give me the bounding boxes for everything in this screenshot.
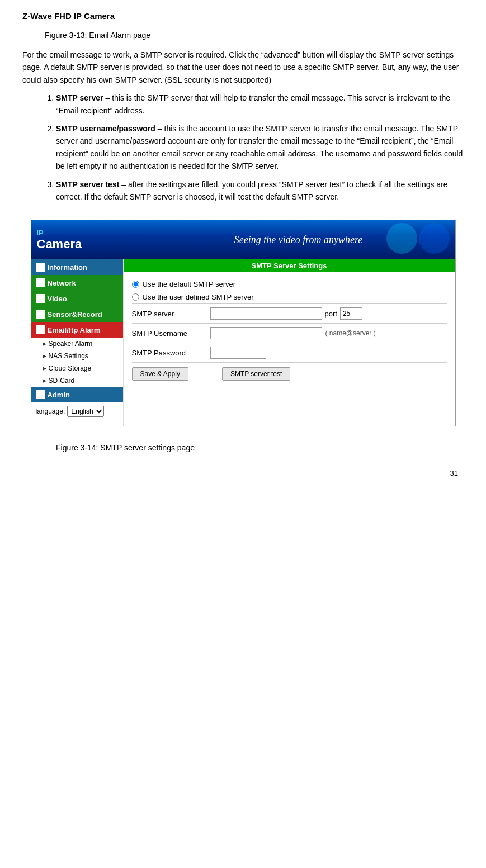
page-title: Z-Wave FHD IP Camera (22, 11, 464, 21)
network-icon: ▶ (36, 278, 45, 287)
intro-paragraph: For the email message to work, a SMTP se… (22, 49, 464, 86)
smtp-password-label: SMTP Password (132, 349, 210, 357)
radio-default-smtp[interactable] (132, 281, 139, 288)
sidebar-item-speaker-alarm[interactable]: Speaker Alarm (31, 338, 123, 350)
brand-camera: Camera (37, 237, 82, 252)
button-row: Save & Apply SMTP server test (132, 362, 447, 385)
sidebar-section-network[interactable]: ▶ Network (31, 275, 123, 291)
camera-body: ▶ Information ▶ Network ▶ Video ▶ Sensor… (31, 259, 455, 426)
radio-row-custom: Use the user defined SMTP server (132, 291, 447, 303)
camera-brand: IP Camera (37, 229, 82, 252)
list-item-2-title: SMTP username/password (56, 124, 155, 133)
radio-custom-smtp[interactable] (132, 293, 139, 301)
sidebar-admin-label: Admin (48, 391, 70, 399)
form-row-smtp-password: SMTP Password (132, 343, 447, 362)
information-icon: ▶ (36, 263, 45, 272)
smtp-port-input[interactable] (340, 307, 362, 320)
list-item-3-title: SMTP server test (56, 180, 119, 189)
sidebar-emailftp-label: Email/ftp Alarm (48, 326, 101, 334)
radio-default-label: Use the default SMTP server (143, 280, 236, 288)
decorative-circles (386, 223, 450, 254)
page-number: 31 (22, 469, 464, 477)
sensor-icon: ▶ (36, 310, 45, 319)
sidebar-section-video[interactable]: ▶ Video (31, 291, 123, 306)
port-label: port (325, 310, 337, 318)
list-item-1-title: SMTP server (56, 93, 103, 102)
sidebar-sensor-label: Sensor&Record (48, 310, 102, 319)
emailftp-icon: ▶ (36, 325, 45, 334)
brand-ip: IP (37, 229, 44, 237)
list-item-1-text: – this is the SMTP server that will help… (56, 93, 450, 115)
language-label: language: (36, 407, 65, 415)
sidebar-sdcard-label: SD-Card (49, 377, 75, 385)
figure-13-caption: Figure 3-13: Email Alarm page (45, 31, 464, 40)
sidebar-item-nas-settings[interactable]: NAS Settings (31, 350, 123, 362)
video-icon: ▶ (36, 294, 45, 303)
radio-custom-label: Use the user defined SMTP server (143, 293, 254, 301)
smtp-password-input[interactable] (210, 347, 266, 359)
figure-14-caption: Figure 3-14: SMTP server settings page (56, 443, 464, 452)
save-apply-button[interactable]: Save & Apply (132, 367, 188, 381)
list-item-2: SMTP username/password – this is the acc… (56, 122, 464, 173)
sidebar-section-information[interactable]: ▶ Information (31, 259, 123, 275)
username-hint: ( name@server ) (325, 329, 376, 337)
smtp-username-input[interactable] (210, 327, 322, 339)
sidebar-video-label: Video (48, 295, 67, 303)
sidebar-section-sensor[interactable]: ▶ Sensor&Record (31, 306, 123, 322)
radio-row-default: Use the default SMTP server (132, 278, 447, 291)
numbered-list: SMTP server – this is the SMTP server th… (56, 92, 464, 203)
sidebar-section-admin[interactable]: ▶ Admin (31, 387, 123, 402)
sidebar-information-label: Information (48, 263, 88, 272)
form-row-smtp-username: SMTP Username ( name@server ) (132, 323, 447, 343)
smtp-form: Use the default SMTP server Use the user… (124, 272, 455, 391)
circle-2 (419, 223, 450, 254)
sidebar-speaker-alarm-label: Speaker Alarm (49, 340, 93, 348)
language-select[interactable]: English (67, 406, 104, 417)
list-item-3: SMTP server test – after the settings ar… (56, 178, 464, 203)
sidebar-cloud-label: Cloud Storage (49, 364, 92, 372)
smtp-username-label: SMTP Username (132, 329, 210, 338)
list-item-1: SMTP server – this is the SMTP server th… (56, 92, 464, 117)
circle-1 (386, 223, 417, 254)
admin-icon: ▶ (36, 390, 45, 399)
smtp-server-input[interactable] (210, 307, 322, 320)
language-row: language: English (31, 402, 123, 420)
sidebar-nas-label: NAS Settings (49, 352, 88, 360)
camera-header: IP Camera Seeing the video from anywhere (31, 220, 455, 259)
camera-sidebar: ▶ Information ▶ Network ▶ Video ▶ Sensor… (31, 259, 124, 426)
form-row-smtp-server: SMTP server port (132, 303, 447, 323)
camera-main: SMTP Server Settings Use the default SMT… (124, 259, 455, 426)
smtp-test-button[interactable]: SMTP server test (222, 367, 290, 381)
screenshot-container: IP Camera Seeing the video from anywhere… (31, 220, 456, 426)
sidebar-item-sd-card[interactable]: SD-Card (31, 374, 123, 387)
sidebar-section-emailftp[interactable]: ▶ Email/ftp Alarm (31, 322, 123, 338)
smtp-title-bar: SMTP Server Settings (124, 259, 455, 272)
smtp-server-label: SMTP server (132, 310, 210, 318)
sidebar-item-cloud-storage[interactable]: Cloud Storage (31, 362, 123, 374)
sidebar-network-label: Network (48, 279, 76, 287)
